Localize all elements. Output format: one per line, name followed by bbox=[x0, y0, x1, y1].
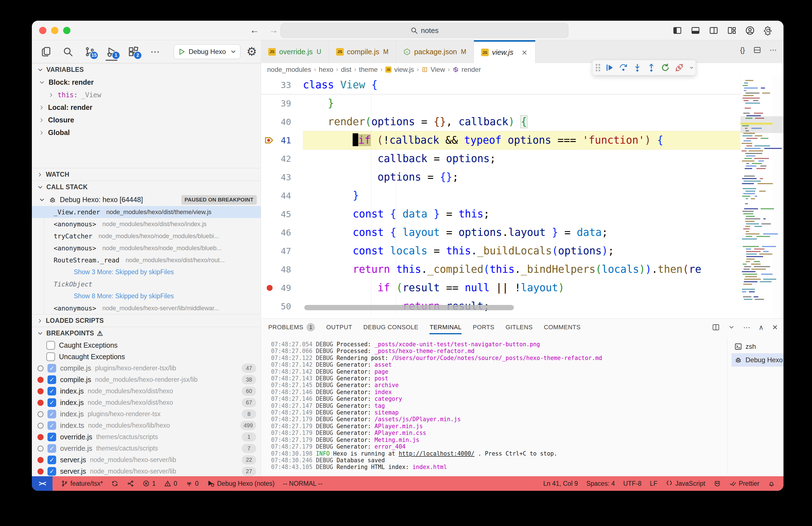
forward-button[interactable]: → bbox=[269, 25, 278, 35]
variable-row[interactable]: Block: render bbox=[32, 76, 261, 89]
tab-override.js[interactable]: JSoverride.jsU bbox=[261, 40, 329, 63]
gutter-row[interactable]: 50 bbox=[261, 297, 303, 315]
extensions-icon[interactable]: 2 bbox=[127, 44, 140, 59]
breadcrumb[interactable]: node_modules›hexo›dist›theme›JSview.js›V… bbox=[261, 63, 783, 76]
explorer-icon[interactable] bbox=[40, 44, 53, 59]
split-editor-icon[interactable] bbox=[753, 46, 761, 54]
close-panel-icon[interactable]: ✕ bbox=[772, 323, 778, 331]
account-icon[interactable] bbox=[745, 25, 755, 36]
checkbox-checked[interactable]: ✓ bbox=[47, 444, 56, 453]
panel-tab-comments[interactable]: COMMENTS bbox=[544, 318, 581, 336]
customize-layout-icon[interactable] bbox=[726, 25, 737, 36]
code-line[interactable]: return this._compiled(this._bindHelpers(… bbox=[303, 260, 740, 279]
variable-row[interactable]: Closure bbox=[32, 114, 261, 126]
start-debug-icon[interactable] bbox=[177, 47, 186, 56]
panel-tab-output[interactable]: OUTPUT bbox=[326, 318, 352, 336]
status-item-lf[interactable]: LF bbox=[647, 476, 661, 491]
gutter-row[interactable]: 39 bbox=[261, 94, 303, 113]
terminal-list-item-zsh[interactable]: zsh bbox=[731, 340, 783, 353]
panel-more-actions-icon[interactable]: ⋯ bbox=[743, 323, 750, 331]
checkbox-checked[interactable]: ✓ bbox=[47, 456, 56, 464]
callstack-frame[interactable]: tryCatchernode_modules/hexo/node_modules… bbox=[32, 230, 261, 242]
checkbox-checked[interactable]: ✓ bbox=[47, 433, 56, 441]
breakpoint-row[interactable]: ✓server.jsnode_modules/hexo-server/lib22 bbox=[32, 454, 261, 466]
section-header-call-stack[interactable]: CALL STACK bbox=[32, 181, 261, 194]
status-item-octo[interactable] bbox=[710, 476, 724, 491]
sticky-scroll-line[interactable]: class View {33 bbox=[261, 76, 740, 94]
breakpoint-row[interactable]: ✓index.jsnode_modules/hexo/dist/hexo67 bbox=[32, 397, 261, 408]
checkbox-unchecked[interactable]: ✓ bbox=[46, 341, 55, 350]
settings-gear-icon[interactable] bbox=[763, 25, 773, 36]
status-item-feature-tsx-[interactable]: feature/tsx* bbox=[58, 476, 106, 491]
gutter-row[interactable]: 42 bbox=[261, 150, 303, 168]
code-line[interactable]: options = {}; bbox=[303, 168, 740, 186]
tab-package.json[interactable]: JSpackage.jsonM bbox=[396, 40, 474, 63]
command-center-search[interactable]: notes bbox=[280, 23, 568, 38]
code-line[interactable]: if (result == null || !layout) bbox=[303, 279, 740, 297]
panel-tab-problems[interactable]: PROBLEMS1 bbox=[268, 318, 315, 336]
editor-more-actions-icon[interactable]: ⋯ bbox=[770, 46, 777, 55]
breadcrumb-symbols-icon[interactable]: {} bbox=[740, 46, 745, 55]
toggle-sidebar-icon[interactable] bbox=[672, 25, 683, 36]
code-editor[interactable]: } render(options = {}, callback) { if (!… bbox=[261, 76, 783, 318]
maximize-panel-icon[interactable]: ∧ bbox=[759, 323, 764, 331]
panel-tab-debug-console[interactable]: DEBUG CONSOLE bbox=[363, 318, 418, 336]
section-header-breakpoints[interactable]: BREAKPOINTS⚠ bbox=[32, 327, 261, 340]
checkbox-checked[interactable]: ✓ bbox=[47, 421, 56, 430]
skipfiles-link[interactable]: Show 8 More: Skipped by skipFiles bbox=[54, 292, 174, 300]
checkbox-checked[interactable]: ✓ bbox=[47, 387, 56, 396]
gutter-row[interactable]: 44 bbox=[261, 186, 303, 205]
step-out-icon[interactable] bbox=[647, 62, 656, 73]
status-item-ln-41-col-9[interactable]: Ln 41, Col 9 bbox=[540, 476, 581, 491]
source-control-icon[interactable]: 15 bbox=[83, 44, 96, 59]
breadcrumb-item[interactable]: hexo bbox=[319, 66, 333, 73]
breadcrumb-item[interactable]: theme bbox=[359, 66, 378, 73]
horizontal-scrollbar[interactable] bbox=[304, 305, 514, 310]
step-over-icon[interactable] bbox=[619, 62, 628, 73]
search-icon[interactable] bbox=[61, 44, 74, 59]
status-item-debug-hexo-notes-[interactable]: Debug Hexo (notes) bbox=[204, 476, 278, 491]
panel-tab-gitlens[interactable]: GITLENS bbox=[506, 318, 533, 336]
gutter-row[interactable]: 40 bbox=[261, 113, 303, 131]
callstack-frame[interactable]: <anonymous>node_modules/hexo/node_module… bbox=[32, 242, 261, 254]
breakpoint-row[interactable]: ✓index.tsnode_modules/hexo/lib/hexo499 bbox=[32, 420, 261, 431]
status-item-graph[interactable] bbox=[124, 476, 137, 491]
checkbox-checked[interactable]: ✓ bbox=[47, 410, 56, 418]
checkbox-unchecked[interactable]: ✓ bbox=[46, 353, 55, 361]
status-item-bell[interactable] bbox=[765, 476, 779, 491]
gutter-row[interactable]: 43 bbox=[261, 168, 303, 186]
section-header-variables[interactable]: VARIABLES bbox=[32, 63, 261, 76]
code-line[interactable]: const locals = this._buildLocals(options… bbox=[303, 242, 740, 260]
checkbox-checked[interactable]: ✓ bbox=[47, 398, 56, 407]
run-and-debug-icon[interactable]: 1 bbox=[105, 44, 118, 59]
callstack-frame[interactable]: <anonymous>node_modules/hexo/dist/hexo/i… bbox=[32, 218, 261, 230]
terminal-output[interactable]: 07:48:27.054 DEBUG Processed: _posts/xco… bbox=[271, 341, 726, 472]
terminal-list-item-debug-hexo[interactable]: Debug Hexo bbox=[731, 353, 783, 367]
breakpoint-row[interactable]: ✓override.jsthemes/cactus/scripts1 bbox=[32, 431, 261, 443]
gutter-row[interactable]: 46 bbox=[261, 223, 303, 242]
status-item-0[interactable]: 0 bbox=[161, 476, 180, 491]
callstack-frame[interactable]: RouteStream._readnode_modules/hexo/dist/… bbox=[32, 254, 261, 266]
status-item-javascript[interactable]: JavaScript bbox=[662, 476, 708, 491]
current-breakpoint-icon[interactable] bbox=[264, 135, 274, 146]
gutter-row[interactable]: 49 bbox=[261, 279, 303, 297]
status-item-0[interactable]: 0 bbox=[182, 476, 202, 491]
breakpoint-row[interactable]: ✓server.jsnode_modules/hexo-server/lib27 bbox=[32, 466, 261, 476]
status-item-spaces-4[interactable]: Spaces: 4 bbox=[583, 476, 618, 491]
exception-toggle-row[interactable]: ✓Uncaught Exceptions bbox=[32, 351, 261, 362]
breadcrumb-item[interactable]: dist bbox=[341, 66, 351, 73]
status-item-sync[interactable] bbox=[108, 476, 122, 491]
status-item-utf-8[interactable]: UTF-8 bbox=[620, 476, 644, 491]
panel-tab-ports[interactable]: PORTS bbox=[473, 318, 494, 336]
minimap-slider[interactable] bbox=[740, 116, 783, 133]
section-header-watch[interactable]: WATCH bbox=[32, 168, 261, 181]
back-button[interactable]: ← bbox=[250, 25, 259, 35]
checkbox-checked[interactable]: ✓ bbox=[47, 467, 56, 476]
breakpoint-row[interactable]: ✓override.jsthemes/cactus/scripts7 bbox=[32, 443, 261, 454]
breadcrumb-symbol[interactable]: render bbox=[462, 66, 481, 73]
step-into-icon[interactable] bbox=[633, 62, 642, 73]
remote-indicator[interactable]: >< bbox=[32, 476, 53, 491]
tab-view.js[interactable]: JSview.js bbox=[474, 40, 536, 63]
callstack-frame[interactable]: <anonymous>node_modules/hexo-server/lib/… bbox=[32, 302, 261, 314]
restart-icon[interactable] bbox=[661, 62, 670, 73]
